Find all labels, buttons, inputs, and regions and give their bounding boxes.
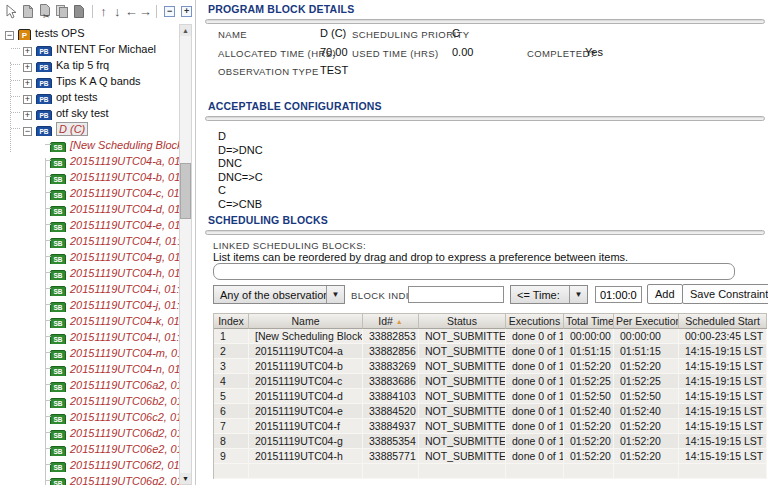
tree-item-program-block[interactable]: +PBotf sky test [0, 104, 179, 120]
move-right-icon[interactable]: → [139, 3, 151, 20]
tree-item-program-block[interactable]: +PBTips K A Q bands [0, 72, 179, 88]
select-cursor-icon[interactable] [4, 3, 19, 20]
tree-item-scheduling-block[interactable]: SB20151119UTC04-h, 01:52:2 [0, 264, 179, 280]
chevron-down-icon[interactable]: ▼ [326, 286, 344, 303]
sb-badge-icon: SB [50, 398, 66, 408]
scroll-down-icon[interactable]: ▼ [180, 473, 191, 484]
move-up-icon[interactable]: ↑ [98, 3, 110, 20]
collapse-toggle-icon[interactable]: − [5, 31, 14, 40]
tree-item-scheduling-block[interactable]: SB20151119UTC06e2, 01:52 [0, 440, 179, 456]
expand-toggle-icon[interactable]: + [23, 95, 32, 104]
table-cell: 8 [214, 434, 249, 449]
section-separator [205, 230, 765, 235]
table-row[interactable]: 220151119UTC04-a33882856NOT_SUBMITTEDdon… [214, 344, 767, 359]
table-cell: done 0 of 1 [506, 329, 564, 344]
tree-item-scheduling-block[interactable]: SB20151119UTC04-d, 01:52:5 [0, 200, 179, 216]
table-cell: done 0 of 1 [506, 419, 564, 434]
collapse-toggle-icon[interactable]: − [23, 127, 32, 136]
column-header[interactable]: Status [419, 313, 506, 329]
sb-badge-icon: SB [50, 446, 66, 456]
collapse-all-icon[interactable]: − [162, 3, 177, 20]
column-header[interactable]: Index [214, 313, 249, 329]
tree-item-program-block[interactable]: +PBopt tests [0, 88, 179, 104]
table-row[interactable]: 420151119UTC04-c33883686NOT_SUBMITTEDdon… [214, 374, 767, 389]
tree-item-scheduling-block[interactable]: SB20151119UTC04-b, 01:52:2 [0, 168, 179, 184]
tree-item-scheduling-block[interactable]: SB20151119UTC06d2, 01:52 [0, 424, 179, 440]
tree-item-scheduling-block[interactable]: SB20151119UTC04-e, 01:52:4 [0, 216, 179, 232]
tree-item-program-block[interactable]: −PBD (C) [0, 120, 179, 136]
expand-toggle-icon[interactable]: + [23, 47, 32, 56]
linked-blocks-input[interactable] [213, 263, 735, 280]
tree-item-scheduling-block[interactable]: SB20151119UTC06c2, 01:52 [0, 408, 179, 424]
table-cell: 20151119UTC04-g [249, 434, 363, 449]
table-cell: NOT_SUBMITTED [419, 404, 506, 419]
table-cell: 4 [214, 374, 249, 389]
expand-toggle-icon[interactable]: + [23, 79, 32, 88]
table-row[interactable]: 920151119UTC04-h33885771NOT_SUBMITTEDdon… [214, 449, 767, 464]
column-header[interactable]: Id#▲ [363, 313, 419, 329]
table-cell [506, 464, 564, 479]
cut-icon[interactable]: ✂ [38, 3, 53, 20]
tree-item-scheduling-block[interactable]: SB20151119UTC04-l, 01:53:0 [0, 328, 179, 344]
table-row[interactable]: 620151119UTC04-e33884520NOT_SUBMITTEDdon… [214, 404, 767, 419]
add-button[interactable]: Add [647, 284, 683, 304]
new-block-icon[interactable] [21, 3, 36, 20]
copy-icon[interactable] [55, 3, 70, 20]
tree-item-scheduling-block[interactable]: SB20151119UTC04-c, 01:52:2 [0, 184, 179, 200]
scroll-up-icon[interactable]: ▲ [180, 25, 191, 36]
table-cell [419, 464, 506, 479]
block-indices-input[interactable] [408, 286, 504, 303]
tree-item-scheduling-block[interactable]: SB20151119UTC06a2, 01:51 [0, 376, 179, 392]
tree-item-scheduling-block[interactable]: SB20151119UTC04-a, 01:51:1 [0, 152, 179, 168]
table-row[interactable]: 820151119UTC04-g33885354NOT_SUBMITTEDdon… [214, 434, 767, 449]
move-left-icon[interactable]: ← [125, 3, 137, 20]
time-value-input[interactable] [595, 286, 642, 303]
table-cell: 33885771 [363, 449, 419, 464]
tree-item-program-block[interactable]: +PBKa tip 5 frq [0, 56, 179, 72]
tree-scrollbar[interactable]: ▲ ▼ [179, 24, 192, 485]
table-cell: NOT_SUBMITTED [419, 449, 506, 464]
save-constraint-button[interactable]: Save Constraint [682, 284, 768, 304]
column-header[interactable]: Executions [506, 313, 564, 329]
table-row[interactable]: 520151119UTC04-d33884103NOT_SUBMITTEDdon… [214, 389, 767, 404]
tree-item-scheduling-block[interactable]: SB20151119UTC04-j, 01:52:2 [0, 296, 179, 312]
scrollbar-thumb[interactable] [180, 163, 191, 219]
tree-item-scheduling-block[interactable]: SB20151119UTC04-i, 01:52:3 [0, 280, 179, 296]
move-down-icon[interactable]: ↓ [111, 3, 123, 20]
tree-item-label: 20151119UTC04-k, 01:52: [70, 315, 179, 327]
table-cell: 5 [214, 389, 249, 404]
column-header[interactable]: Per Execution [614, 313, 679, 329]
expand-all-icon[interactable]: + [179, 3, 194, 20]
tree-item-scheduling-block[interactable]: SB20151119UTC06f2, 01:52: [0, 456, 179, 472]
tree-item-scheduling-block[interactable]: SB20151119UTC04-g, 01:52:2 [0, 248, 179, 264]
table-cell: 33882853 [363, 329, 419, 344]
table-cell: 01:52:50 [614, 389, 679, 404]
pb-badge-icon: PB [36, 46, 52, 56]
observations-select[interactable]: Any of the observations ▼ [213, 285, 345, 304]
scheduling-blocks-table: IndexNameId#▲StatusExecutionsTotal TimeP… [213, 313, 767, 479]
tree-item-project[interactable]: −Ptests OPS [0, 24, 179, 40]
chevron-down-icon[interactable]: ▼ [569, 286, 587, 303]
tree-item-scheduling-block[interactable]: SB20151119UTC04-k, 01:52: [0, 312, 179, 328]
paste-icon[interactable] [72, 3, 87, 20]
name-label: NAME [218, 29, 247, 40]
expand-toggle-icon[interactable]: + [23, 63, 32, 72]
tree-item-scheduling-block[interactable]: SB20151119UTC06b2, 01:52 [0, 392, 179, 408]
time-constraint-select[interactable]: <= Time: ▼ [510, 285, 588, 304]
tree-item-scheduling-block[interactable]: SB20151119UTC04-n, 01:55: [0, 360, 179, 376]
tree-item-scheduling-block[interactable]: SB20151119UTC04-m, 01:52: [0, 344, 179, 360]
column-header[interactable]: Name [249, 313, 363, 329]
table-cell: 01:52:40 [564, 404, 614, 419]
tree-item-scheduling-block[interactable]: SB20151119UTC04-f, 01:52:2 [0, 232, 179, 248]
column-header[interactable]: Scheduled Start [679, 313, 767, 329]
table-row[interactable]: 320151119UTC04-b33883269NOT_SUBMITTEDdon… [214, 359, 767, 374]
table-cell: done 0 of 1 [506, 449, 564, 464]
expand-toggle-icon[interactable]: + [23, 111, 32, 120]
table-row[interactable]: 1[New Scheduling Block]33882853NOT_SUBMI… [214, 329, 767, 344]
time-constraint-select-value: <= Time: [511, 289, 569, 301]
table-row[interactable]: 720151119UTC04-f33884937NOT_SUBMITTEDdon… [214, 419, 767, 434]
tree-item-scheduling-block[interactable]: SB20151119UTC06g2, 01:52 [0, 472, 179, 485]
column-header[interactable]: Total Time [564, 313, 614, 329]
tree-item-scheduling-block[interactable]: SB[New Scheduling Block], 0 [0, 136, 179, 152]
tree-item-program-block[interactable]: +PBINTENT For Michael [0, 40, 179, 56]
